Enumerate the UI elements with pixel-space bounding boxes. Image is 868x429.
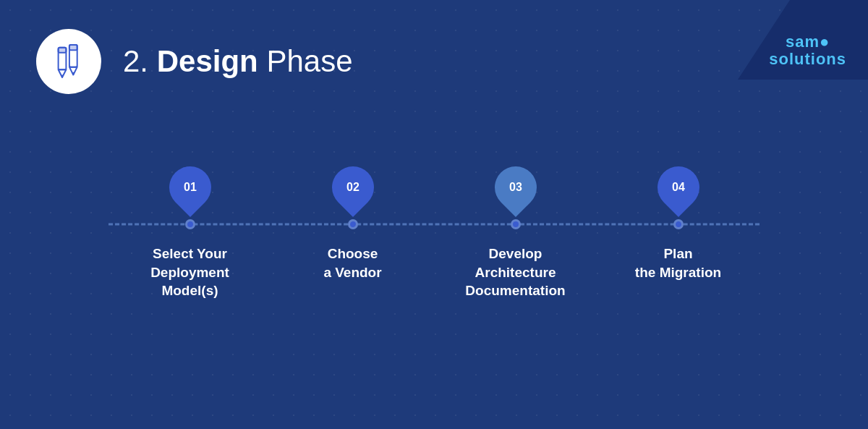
pin-shape-2: 02 [331, 166, 375, 218]
dot-markers [109, 219, 760, 229]
svg-rect-8 [59, 48, 67, 52]
timeline: 01 02 03 04 [0, 166, 868, 300]
step-4-line2: the Migration [635, 265, 721, 280]
labels-row: Select Your Deployment Model(s) Choose a… [109, 245, 760, 300]
pin-number-2: 02 [346, 181, 359, 194]
timeline-line [109, 217, 760, 232]
pin-body-1: 01 [160, 158, 219, 217]
pin-shape-1: 01 [169, 166, 212, 218]
step-2-line1: Choose [328, 246, 378, 261]
step-1-line2: Deployment [150, 265, 229, 280]
pin-2: 02 [331, 166, 375, 218]
logo-text: sam● solutions [769, 33, 846, 68]
dot-3 [511, 219, 521, 229]
pencil-icon [56, 43, 82, 80]
pins-row: 01 02 03 04 [109, 166, 760, 218]
pin-3: 03 [494, 166, 537, 218]
page-header: 2. Design Phase [36, 29, 353, 94]
step-label-3: Develop Architecture Documentation [443, 245, 588, 300]
step-label-2: Choose a Vendor [281, 245, 425, 300]
page-title: 2. Design Phase [123, 44, 353, 79]
pin-4: 04 [657, 166, 700, 218]
pin-body-4: 04 [648, 158, 707, 217]
title-bold: Design [157, 44, 258, 78]
pin-shape-4: 04 [657, 166, 700, 218]
pin-number-4: 04 [672, 181, 685, 194]
pin-number-1: 01 [184, 181, 197, 194]
title-rest: Phase [258, 44, 353, 78]
dot-4 [673, 219, 684, 229]
step-1-line3: Model(s) [161, 283, 218, 298]
pin-body-3: 03 [485, 158, 545, 217]
pin-shape-3: 03 [494, 166, 537, 218]
step-3-line3: Documentation [465, 283, 565, 298]
step-label-1: Select Your Deployment Model(s) [118, 245, 263, 300]
header-icon-circle [36, 29, 101, 94]
pin-1: 01 [169, 166, 212, 218]
dot-1 [185, 219, 195, 229]
step-3-line2: Architecture [475, 265, 556, 280]
step-4-line1: Plan [663, 246, 692, 261]
step-label-4: Plan the Migration [606, 245, 751, 300]
step-2-line2: a Vendor [323, 265, 381, 280]
step-number: 2. [123, 44, 148, 78]
logo-solutions: solutions [769, 50, 846, 68]
logo-sam: sam [786, 33, 820, 51]
pin-number-3: 03 [509, 181, 522, 194]
logo-gear-icon: ● [820, 33, 830, 51]
svg-rect-9 [69, 45, 77, 49]
dot-2 [348, 219, 358, 229]
pin-body-2: 02 [323, 158, 382, 217]
step-1-line1: Select Your [153, 246, 227, 261]
step-3-line1: Develop [489, 246, 542, 261]
